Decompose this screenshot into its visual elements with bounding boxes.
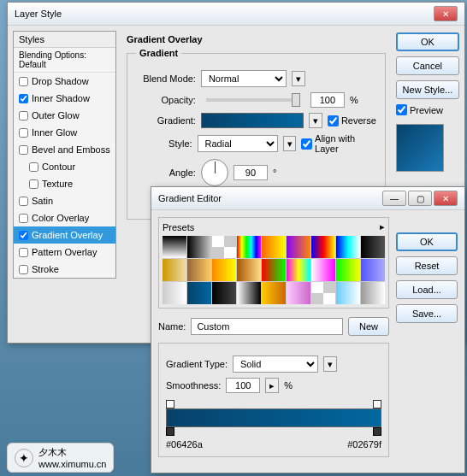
name-input[interactable] <box>191 318 343 335</box>
preset-swatch[interactable] <box>212 259 236 281</box>
style-item-satin[interactable]: Satin <box>14 192 115 209</box>
watermark: ✦ 夕木木 www.ximumu.cn <box>7 443 114 473</box>
angle-dial[interactable] <box>201 159 228 186</box>
style-item-pattern-overlay[interactable]: Pattern Overlay <box>14 244 115 261</box>
preset-swatch[interactable] <box>187 236 211 258</box>
new-button[interactable]: New <box>348 317 389 336</box>
style-select[interactable]: Radial <box>198 135 278 152</box>
reset-button[interactable]: Reset <box>396 256 458 275</box>
style-item-stroke[interactable]: Stroke <box>14 261 115 278</box>
chevron-down-icon[interactable]: ▾ <box>283 136 296 151</box>
preset-swatch[interactable] <box>361 282 385 304</box>
opacity-stop-left[interactable] <box>166 400 174 408</box>
color-stop-right[interactable] <box>373 427 381 436</box>
preset-swatch[interactable] <box>336 236 360 258</box>
preset-swatch[interactable] <box>237 282 261 304</box>
preset-swatch[interactable] <box>287 282 310 304</box>
style-checkbox[interactable] <box>29 179 38 189</box>
style-checkbox[interactable] <box>19 128 28 138</box>
ok-button[interactable]: OK <box>396 232 458 251</box>
angle-input[interactable] <box>234 165 268 180</box>
preset-swatch[interactable] <box>336 259 360 281</box>
align-checkbox[interactable] <box>301 138 312 150</box>
save-button[interactable]: Save... <box>396 304 458 323</box>
style-checkbox[interactable] <box>19 265 28 274</box>
gradient-editor-titlebar[interactable]: Gradient Editor — ▢ ✕ <box>151 187 464 210</box>
preset-swatch[interactable] <box>287 236 310 258</box>
style-item-gradient-overlay[interactable]: Gradient Overlay <box>14 226 115 244</box>
preset-swatch[interactable] <box>163 236 186 258</box>
ok-button[interactable]: OK <box>396 32 459 51</box>
color-stop-left[interactable] <box>166 427 174 436</box>
style-item-drop-shadow[interactable]: Drop Shadow <box>14 73 115 90</box>
opacity-slider[interactable] <box>206 98 300 102</box>
style-item-inner-glow[interactable]: Inner Glow <box>14 124 115 141</box>
cancel-button[interactable]: Cancel <box>396 56 459 75</box>
gradient-bar[interactable] <box>166 408 381 427</box>
opacity-stop-right[interactable] <box>373 400 381 408</box>
preset-swatch[interactable] <box>237 259 261 281</box>
styles-header[interactable]: Styles <box>14 32 115 48</box>
smoothness-input[interactable] <box>226 378 260 393</box>
watermark-logo-icon: ✦ <box>15 449 33 467</box>
style-checkbox[interactable] <box>19 94 28 103</box>
style-checkbox[interactable] <box>19 197 28 206</box>
preset-swatch[interactable] <box>311 236 335 258</box>
preset-swatch[interactable] <box>187 282 211 304</box>
close-icon[interactable]: ✕ <box>434 191 458 206</box>
preset-swatch[interactable] <box>237 236 261 258</box>
style-checkbox[interactable] <box>19 111 28 120</box>
preset-swatch[interactable] <box>262 282 286 304</box>
gradient-editor-buttons: OK Reset Load... Save... <box>396 217 458 457</box>
style-label: Style: <box>136 138 192 149</box>
preset-swatch[interactable] <box>361 259 385 281</box>
preset-swatch[interactable] <box>262 259 286 281</box>
preset-swatch[interactable] <box>361 236 385 258</box>
opacity-input[interactable] <box>310 92 345 108</box>
reverse-checkbox[interactable] <box>328 115 339 126</box>
layer-style-titlebar[interactable]: Layer Style ✕ <box>8 3 464 26</box>
chevron-down-icon[interactable]: ▾ <box>292 71 305 86</box>
maximize-icon[interactable]: ▢ <box>408 191 432 206</box>
preset-swatch[interactable] <box>311 282 335 304</box>
minimize-icon[interactable]: — <box>382 191 406 206</box>
preview-checkbox[interactable] <box>396 104 407 115</box>
load-button[interactable]: Load... <box>396 280 458 299</box>
style-checkbox[interactable] <box>19 77 28 86</box>
style-item-color-overlay[interactable]: Color Overlay <box>14 209 115 226</box>
color-left-readout: #06426a <box>166 439 203 450</box>
preset-swatch[interactable] <box>163 259 186 281</box>
chevron-right-icon[interactable]: ▸ <box>265 378 279 393</box>
align-label: Align with Layer <box>315 133 376 154</box>
preset-swatch[interactable] <box>311 259 335 281</box>
style-checkbox[interactable] <box>29 162 38 172</box>
preset-swatch[interactable] <box>163 282 186 304</box>
gradient-type-select[interactable]: Solid <box>233 356 318 373</box>
close-icon[interactable]: ✕ <box>434 6 458 21</box>
chevron-down-icon[interactable]: ▾ <box>309 113 322 128</box>
style-item-bevel-and-emboss[interactable]: Bevel and Emboss <box>14 141 115 158</box>
preset-swatch[interactable] <box>262 236 286 258</box>
style-checkbox[interactable] <box>19 214 28 223</box>
preset-swatch[interactable] <box>212 282 236 304</box>
preset-swatch[interactable] <box>187 259 211 281</box>
preset-swatch[interactable] <box>212 236 236 258</box>
preset-swatch[interactable] <box>287 259 310 281</box>
style-item-label: Inner Glow <box>32 127 77 138</box>
style-item-inner-shadow[interactable]: Inner Shadow <box>14 90 115 107</box>
preset-swatch[interactable] <box>336 282 360 304</box>
style-checkbox[interactable] <box>19 231 28 240</box>
gradient-editor-title: Gradient Editor <box>158 193 222 203</box>
presets-menu-icon[interactable]: ▸ <box>380 221 385 232</box>
style-item-outer-glow[interactable]: Outer Glow <box>14 107 115 124</box>
gradient-swatch[interactable] <box>201 113 304 128</box>
gradient-type-label: Gradient Type: <box>166 359 228 369</box>
blend-mode-select[interactable]: Normal <box>201 70 287 87</box>
style-checkbox[interactable] <box>19 145 28 155</box>
chevron-down-icon[interactable]: ▾ <box>323 356 337 372</box>
style-item-texture[interactable]: Texture <box>14 175 115 192</box>
new-style-button[interactable]: New Style... <box>396 80 459 99</box>
style-checkbox[interactable] <box>19 248 28 257</box>
style-item-contour[interactable]: Contour <box>14 158 115 175</box>
blending-options-default[interactable]: Blending Options: Default <box>14 48 115 73</box>
